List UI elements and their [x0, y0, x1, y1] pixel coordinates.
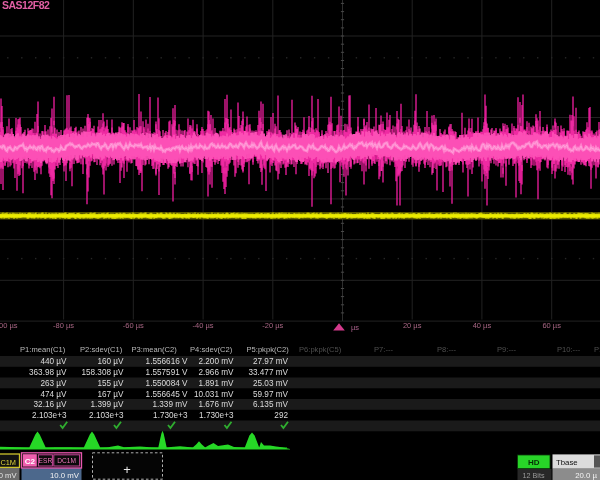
svg-text:+: +: [123, 462, 131, 477]
svg-text:160 µV: 160 µV: [97, 357, 124, 366]
svg-text:10.0 mV: 10.0 mV: [50, 471, 80, 480]
svg-text:40 µs: 40 µs: [473, 321, 492, 330]
svg-text:-60 µs: -60 µs: [123, 321, 144, 330]
svg-text:60 µs: 60 µs: [542, 321, 561, 330]
svg-text:-80 µs: -80 µs: [53, 321, 74, 330]
svg-text:2.200 mV: 2.200 mV: [198, 357, 234, 366]
svg-text:158.308 µV: 158.308 µV: [81, 368, 124, 377]
svg-text:1.891 mV: 1.891 mV: [198, 379, 234, 388]
svg-text:20 µs: 20 µs: [403, 321, 422, 330]
svg-text:12 Bits: 12 Bits: [523, 471, 545, 480]
svg-text:P2:sdev(C1): P2:sdev(C1): [80, 345, 123, 354]
svg-text:P9:---: P9:---: [497, 345, 516, 354]
svg-text:DC1M: DC1M: [0, 458, 16, 467]
svg-text:P8:---: P8:---: [437, 345, 456, 354]
svg-text:Tbase: Tbase: [556, 458, 578, 467]
svg-text:27.97 mV: 27.97 mV: [253, 357, 289, 366]
svg-text:P6:pkpk(C5): P6:pkpk(C5): [299, 345, 342, 354]
svg-text:P1:mean(C1): P1:mean(C1): [20, 345, 66, 354]
svg-text:P3:mean(C2): P3:mean(C2): [132, 345, 178, 354]
svg-text:25.03 mV: 25.03 mV: [253, 379, 289, 388]
svg-text:363.98 µV: 363.98 µV: [29, 368, 67, 377]
svg-text:P4:sdev(C2): P4:sdev(C2): [190, 345, 233, 354]
svg-text:474 µV: 474 µV: [40, 390, 67, 399]
svg-text:µs: µs: [351, 323, 359, 332]
svg-text:1.556645 V: 1.556645 V: [146, 390, 188, 399]
svg-text:33.477 mV: 33.477 mV: [248, 368, 288, 377]
svg-text:-40 µs: -40 µs: [193, 321, 214, 330]
svg-text:1.399 µV: 1.399 µV: [91, 400, 124, 409]
svg-text:440 µV: 440 µV: [40, 357, 67, 366]
svg-text:HD: HD: [528, 458, 540, 467]
svg-text:-20 µs: -20 µs: [262, 321, 283, 330]
svg-text:1.557591 V: 1.557591 V: [146, 368, 188, 377]
svg-text:2.966 mV: 2.966 mV: [198, 368, 234, 377]
svg-text:1.730e+3: 1.730e+3: [199, 411, 234, 420]
svg-text:C2: C2: [25, 457, 36, 466]
svg-text:32.16 µV: 32.16 µV: [34, 400, 67, 409]
svg-text:10.031 mV: 10.031 mV: [194, 390, 234, 399]
svg-text:155 µV: 155 µV: [97, 379, 124, 388]
svg-text:2.103e+3: 2.103e+3: [32, 411, 67, 420]
svg-text:167 µV: 167 µV: [97, 390, 124, 399]
svg-text:P7:---: P7:---: [374, 345, 393, 354]
svg-text:P5:pkpk(C2): P5:pkpk(C2): [247, 345, 290, 354]
svg-text:ESR: ESR: [39, 457, 53, 464]
svg-text:1.550084 V: 1.550084 V: [146, 379, 188, 388]
svg-text:P1: P1: [594, 345, 600, 354]
svg-text:6.135 mV: 6.135 mV: [253, 400, 289, 409]
svg-text:-100 µs: -100 µs: [0, 321, 18, 330]
svg-text:1.339 mV: 1.339 mV: [152, 400, 188, 409]
svg-text:SAS12F82: SAS12F82: [2, 0, 50, 11]
svg-text:1.676 mV: 1.676 mV: [198, 400, 234, 409]
svg-text:0 mV: 0 mV: [0, 471, 17, 480]
svg-text:59.97 mV: 59.97 mV: [253, 390, 289, 399]
svg-text:P10:---: P10:---: [557, 345, 581, 354]
svg-text:1.730e+3: 1.730e+3: [153, 411, 188, 420]
svg-text:263 µV: 263 µV: [40, 379, 67, 388]
svg-text:DC1M: DC1M: [57, 457, 76, 464]
svg-text:2.103e+3: 2.103e+3: [89, 411, 124, 420]
svg-text:20.0 µ: 20.0 µ: [575, 471, 597, 480]
svg-text:1.556616 V: 1.556616 V: [146, 357, 188, 366]
svg-text:292: 292: [274, 411, 288, 420]
